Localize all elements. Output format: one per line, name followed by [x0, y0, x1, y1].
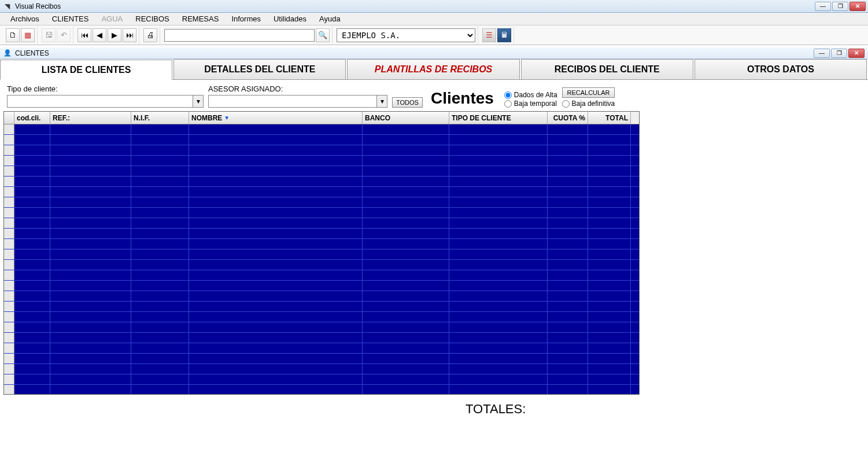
table-row[interactable] [4, 187, 639, 197]
tab-recibos-cliente[interactable]: RECIBOS DEL CLIENTE [521, 59, 693, 79]
tab-lista-clientes[interactable]: LISTA DE CLIENTES [0, 60, 172, 80]
tab-otros-datos[interactable]: OTROS DATOS [695, 59, 867, 79]
col-tipo-cliente[interactable]: TIPO DE CLIENTE [449, 112, 548, 124]
row-selector[interactable] [4, 208, 14, 218]
company-select[interactable]: EJEMPLO S.A. [337, 28, 475, 42]
table-row[interactable] [4, 145, 639, 156]
grid-icon[interactable]: ▦ [21, 28, 35, 42]
col-nombre[interactable]: NOMBRE▼ [189, 112, 363, 124]
row-selector[interactable] [4, 218, 14, 228]
table-row[interactable] [4, 218, 639, 229]
row-selector[interactable] [4, 260, 14, 270]
row-selector[interactable] [4, 187, 14, 197]
row-selector[interactable] [4, 229, 14, 238]
nav-prev-icon[interactable]: ◀ [93, 28, 106, 42]
col-banco[interactable]: BANCO [363, 112, 449, 124]
table-row[interactable] [4, 177, 639, 187]
menu-recibos[interactable]: RECIBOS [130, 13, 175, 24]
table-row[interactable] [4, 354, 639, 364]
table-row[interactable] [4, 270, 639, 281]
table-row[interactable] [4, 343, 639, 354]
todos-button[interactable]: TODOS [392, 97, 423, 108]
row-selector[interactable] [4, 177, 14, 186]
tipo-cliente-select[interactable]: ▾ [7, 95, 204, 108]
menu-informes[interactable]: Informes [226, 13, 267, 24]
recalcular-button[interactable]: RECALCULAR [562, 87, 615, 98]
row-selector[interactable] [4, 156, 14, 166]
col-nif[interactable]: N.I.F. [131, 112, 189, 124]
nav-last-icon[interactable]: ⏭ [123, 28, 136, 42]
row-selector[interactable] [4, 270, 14, 280]
table-row[interactable] [4, 374, 639, 385]
row-selector[interactable] [4, 145, 14, 155]
child-close-button[interactable] [848, 49, 865, 58]
row-selector[interactable] [4, 135, 14, 145]
row-selector[interactable] [4, 249, 14, 259]
search-input[interactable] [164, 29, 315, 42]
menu-archivos[interactable]: Archivos [5, 13, 45, 24]
row-selector[interactable] [4, 312, 14, 322]
tab-plantillas-recibos[interactable]: PLANTILLAS DE RECIBOS [347, 59, 519, 79]
row-selector[interactable] [4, 374, 14, 384]
nav-next-icon[interactable]: ▶ [108, 28, 121, 42]
close-button[interactable] [849, 2, 866, 11]
radio-baja-temporal[interactable]: Baja temporal [504, 100, 557, 108]
radio-baja-definitiva[interactable]: Baja definitiva [562, 100, 615, 108]
table-row[interactable] [4, 156, 639, 166]
menu-remesas[interactable]: REMESAS [176, 13, 225, 24]
table-row[interactable] [4, 197, 639, 208]
table-row[interactable] [4, 312, 639, 322]
search-button-icon[interactable]: 🔍 [316, 28, 330, 42]
radio-dados-alta[interactable]: Dados de Alta [504, 91, 557, 99]
row-selector[interactable] [4, 197, 14, 207]
row-selector[interactable] [4, 166, 14, 176]
row-selector[interactable] [4, 322, 14, 332]
row-selector-header[interactable] [4, 112, 14, 124]
col-cuota[interactable]: CUOTA % [548, 112, 588, 124]
table-row[interactable] [4, 229, 639, 239]
menu-ayuda[interactable]: Ayuda [313, 13, 346, 24]
row-selector[interactable] [4, 364, 14, 374]
table-row[interactable] [4, 124, 639, 135]
tool-calculator-icon[interactable]: 🖩 [497, 28, 511, 42]
table-body[interactable] [4, 124, 639, 394]
table-row[interactable] [4, 291, 639, 302]
menu-utilidades[interactable]: Utilidades [268, 13, 312, 24]
col-ref[interactable]: REF.: [50, 112, 131, 124]
table-row[interactable] [4, 249, 639, 260]
print-icon[interactable]: 🖨 [143, 28, 157, 42]
row-selector[interactable] [4, 239, 14, 249]
asesor-select[interactable]: ▾ [208, 95, 387, 108]
chevron-down-icon[interactable]: ▾ [193, 95, 203, 107]
row-selector[interactable] [4, 343, 14, 353]
chevron-down-icon[interactable]: ▾ [376, 95, 387, 107]
minimize-button[interactable] [815, 2, 831, 11]
table-row[interactable] [4, 364, 639, 374]
maximize-button[interactable] [832, 2, 848, 11]
row-selector[interactable] [4, 291, 14, 301]
col-total[interactable]: TOTAL [588, 112, 631, 124]
table-row[interactable] [4, 166, 639, 177]
new-document-icon[interactable]: 🗋 [6, 28, 20, 42]
menu-clientes[interactable]: CLIENTES [46, 13, 95, 24]
table-row[interactable] [4, 281, 639, 291]
col-cod-cli[interactable]: cod.cli. [14, 112, 50, 124]
row-selector[interactable] [4, 385, 14, 394]
row-selector[interactable] [4, 333, 14, 343]
table-row[interactable] [4, 333, 639, 343]
row-selector[interactable] [4, 281, 14, 291]
table-row[interactable] [4, 385, 639, 394]
table-row[interactable] [4, 208, 639, 218]
row-selector[interactable] [4, 124, 14, 134]
row-selector[interactable] [4, 354, 14, 363]
child-minimize-button[interactable] [814, 49, 830, 58]
table-row[interactable] [4, 322, 639, 333]
table-row[interactable] [4, 239, 639, 249]
table-row[interactable] [4, 260, 639, 270]
nav-first-icon[interactable]: ⏮ [77, 28, 91, 42]
row-selector[interactable] [4, 302, 14, 311]
tool-list-icon[interactable]: ☰ [482, 28, 496, 42]
child-maximize-button[interactable] [831, 49, 847, 58]
table-row[interactable] [4, 302, 639, 312]
table-row[interactable] [4, 135, 639, 145]
